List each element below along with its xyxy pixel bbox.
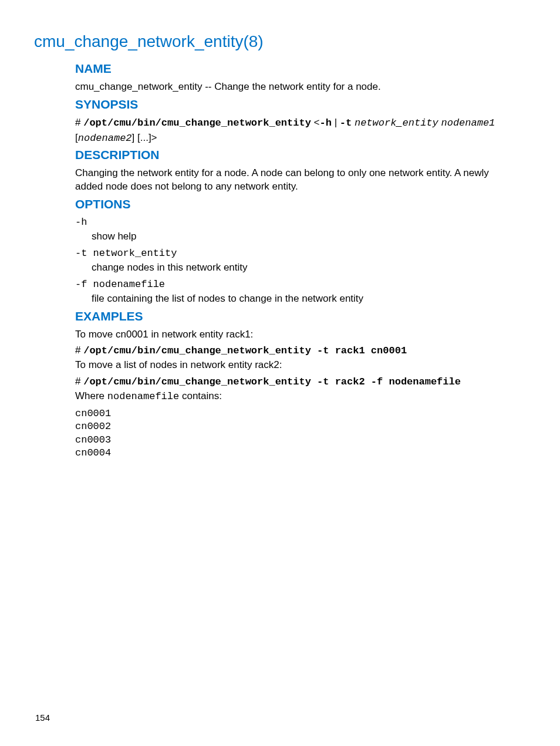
where-mono: nodenamefile: [107, 391, 179, 402]
synopsis-line-2: [nodename2] [...]>: [75, 131, 519, 146]
examples-cmd-2-prefix: #: [75, 376, 83, 387]
page-number: 154: [35, 713, 50, 723]
option-flag-f: -f: [75, 279, 93, 290]
nodelist-block: cn0001 cn0002 cn0003 cn0004: [75, 407, 519, 459]
examples-cmd-1: # /opt/cmu/bin/cmu_change_network_entity…: [75, 345, 519, 356]
examples-cmd-1-text: /opt/cmu/bin/cmu_change_network_entity -…: [83, 345, 407, 356]
option-arg-f: nodenamefile: [93, 279, 165, 290]
option-term-h: -h: [75, 216, 519, 228]
syn-arg-n2: nodename2: [78, 133, 132, 144]
syn-lt: <: [311, 117, 320, 128]
syn-arg-ne: network_entity: [355, 117, 438, 129]
syn-opt-t: -t: [340, 117, 352, 129]
examples-where: Where nodenamefile contains:: [75, 390, 519, 404]
syn-arg-n1: nodename1: [441, 117, 495, 129]
option-flag-h: -h: [75, 217, 87, 228]
where-pre: Where: [75, 390, 107, 401]
syn-opt-h: -h: [320, 117, 332, 129]
page-title: cmu_change_network_entity(8): [34, 32, 519, 51]
option-flag-t: -t: [75, 248, 93, 259]
synopsis-line-1: # /opt/cmu/bin/cmu_change_network_entity…: [75, 116, 519, 130]
description-text: Changing the network entity for a node. …: [75, 167, 519, 194]
examples-cmd-1-prefix: #: [75, 345, 83, 356]
option-term-t: -t network_entity: [75, 247, 519, 259]
option-term-f: -f nodenamefile: [75, 278, 519, 290]
examples-cmd-2: # /opt/cmu/bin/cmu_change_network_entity…: [75, 376, 519, 387]
content-area: NAME cmu_change_network_entity -- Change…: [75, 62, 519, 460]
examples-intro-2: To move a list of nodes in network entit…: [75, 359, 519, 372]
option-def-f: file containing the list of nodes to cha…: [92, 292, 519, 306]
name-text: cmu_change_network_entity -- Change the …: [75, 80, 519, 94]
option-arg-t: network_entity: [93, 248, 177, 259]
syn-bracket-close: ] [...]>: [132, 132, 157, 143]
description-heading: DESCRIPTION: [75, 148, 519, 162]
examples-intro-1: To move cn0001 in network entity rack1:: [75, 328, 519, 342]
synopsis-heading: SYNOPSIS: [75, 97, 519, 112]
examples-cmd-2-text: /opt/cmu/bin/cmu_change_network_entity -…: [83, 376, 461, 387]
syn-cmd: /opt/cmu/bin/cmu_change_network_entity: [83, 117, 311, 129]
where-post: contains:: [179, 390, 222, 401]
options-heading: OPTIONS: [75, 197, 519, 211]
syn-prefix: #: [75, 117, 83, 128]
examples-heading: EXAMPLES: [75, 309, 519, 323]
name-heading: NAME: [75, 62, 519, 76]
syn-pipe: |: [332, 117, 340, 128]
option-def-t: change nodes in this network entity: [92, 261, 519, 275]
option-def-h: show help: [92, 230, 519, 244]
